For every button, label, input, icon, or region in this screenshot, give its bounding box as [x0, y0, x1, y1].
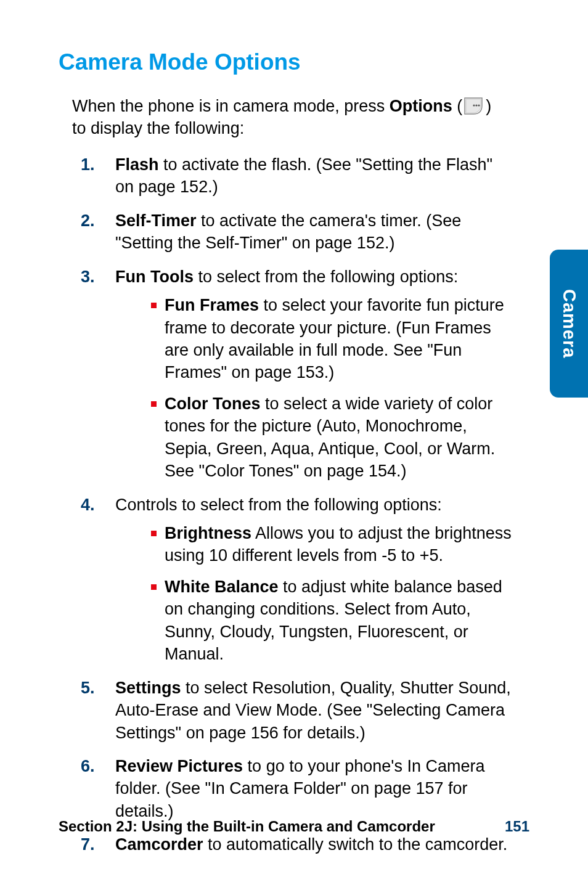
item-number: 2. [81, 210, 95, 232]
item-number: 3. [81, 266, 95, 288]
sub-list-item: Brightness Allows you to adjust the brig… [151, 522, 512, 567]
item-text: Controls to select from the following op… [115, 496, 442, 514]
sub-list-item: Fun Frames to select your favorite fun p… [151, 294, 512, 384]
section-heading: Camera Mode Options [59, 49, 529, 75]
item-text: to automatically switch to the camcorder… [203, 835, 508, 854]
intro-text-pre: When the phone is in camera mode, press [72, 97, 390, 115]
item-number: 4. [81, 494, 95, 516]
side-tab-label: Camera [559, 289, 579, 358]
sub-list: Fun Frames to select your favorite fun p… [151, 294, 512, 483]
options-list: 1. Flash to activate the flash. (See "Se… [81, 153, 512, 856]
item-lead: Camcorder [115, 835, 203, 854]
item-lead: Fun Tools [115, 267, 194, 286]
item-number: 6. [81, 755, 95, 777]
page-number: 151 [505, 818, 529, 835]
sub-list: Brightness Allows you to adjust the brig… [151, 522, 512, 666]
list-item: 4. Controls to select from the following… [81, 494, 512, 666]
side-tab: Camera [550, 250, 588, 398]
list-item: 3. Fun Tools to select from the followin… [81, 266, 512, 483]
item-number: 5. [81, 677, 95, 699]
sub-list-item: White Balance to adjust white balance ba… [151, 576, 512, 666]
footer-section-title: Section 2J: Using the Built-in Camera an… [59, 818, 435, 835]
list-item: 5. Settings to select Resolution, Qualit… [81, 677, 512, 744]
open-paren: ( [452, 97, 463, 115]
item-lead: Review Pictures [115, 757, 243, 775]
list-item: 1. Flash to activate the flash. (See "Se… [81, 153, 512, 198]
svg-point-1 [476, 104, 478, 106]
item-text: to activate the flash. (See "Setting the… [115, 155, 492, 196]
svg-point-0 [473, 104, 475, 106]
softkey-icon [463, 97, 484, 115]
sub-list-item: Color Tones to select a wide variety of … [151, 393, 512, 483]
list-item: 7. Camcorder to automatically switch to … [81, 833, 512, 855]
intro-paragraph: When the phone is in camera mode, press … [72, 95, 504, 140]
item-lead: Flash [115, 155, 159, 174]
list-item: 6. Review Pictures to go to your phone's… [81, 755, 512, 822]
sub-lead: White Balance [165, 578, 279, 596]
svg-point-2 [478, 104, 480, 106]
list-item: 2. Self-Timer to activate the camera's t… [81, 210, 512, 255]
page-footer: Section 2J: Using the Built-in Camera an… [59, 818, 529, 835]
options-label: Options [390, 97, 452, 115]
item-lead: Self-Timer [115, 211, 197, 230]
sub-lead: Fun Frames [165, 296, 259, 314]
item-number: 1. [81, 153, 95, 176]
sub-lead: Brightness [165, 524, 251, 542]
item-text: to select from the following options: [194, 267, 458, 286]
sub-lead: Color Tones [165, 394, 261, 413]
item-number: 7. [81, 833, 95, 855]
item-lead: Settings [115, 679, 181, 697]
